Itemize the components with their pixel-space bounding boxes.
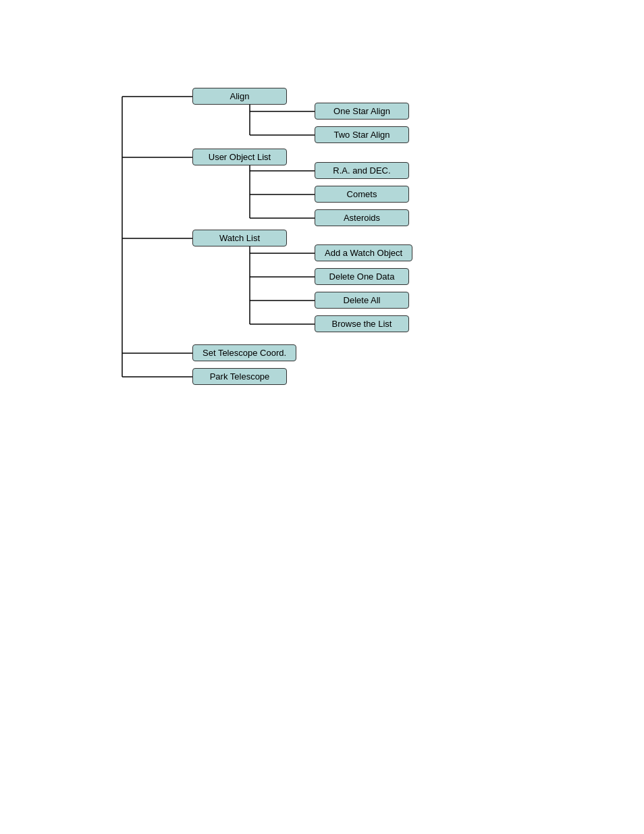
watch-list-node[interactable]: Watch List: [192, 230, 287, 246]
delete-one-data-node[interactable]: Delete One Data: [315, 268, 409, 285]
add-watch-object-node[interactable]: Add a Watch Object: [315, 244, 412, 261]
delete-all-node[interactable]: Delete All: [315, 292, 409, 309]
one-star-align-node[interactable]: One Star Align: [315, 103, 409, 120]
two-star-align-node[interactable]: Two Star Align: [315, 126, 409, 143]
park-telescope-node[interactable]: Park Telescope: [192, 368, 287, 385]
set-telescope-coord-node[interactable]: Set Telescope Coord.: [192, 344, 296, 361]
browse-the-list-node[interactable]: Browse the List: [315, 315, 409, 332]
asteroids-node[interactable]: Asteroids: [315, 209, 409, 226]
comets-node[interactable]: Comets: [315, 186, 409, 203]
user-object-list-node[interactable]: User Object List: [192, 149, 287, 165]
ra-dec-node[interactable]: R.A. and DEC.: [315, 162, 409, 179]
align-node[interactable]: Align: [192, 88, 287, 105]
